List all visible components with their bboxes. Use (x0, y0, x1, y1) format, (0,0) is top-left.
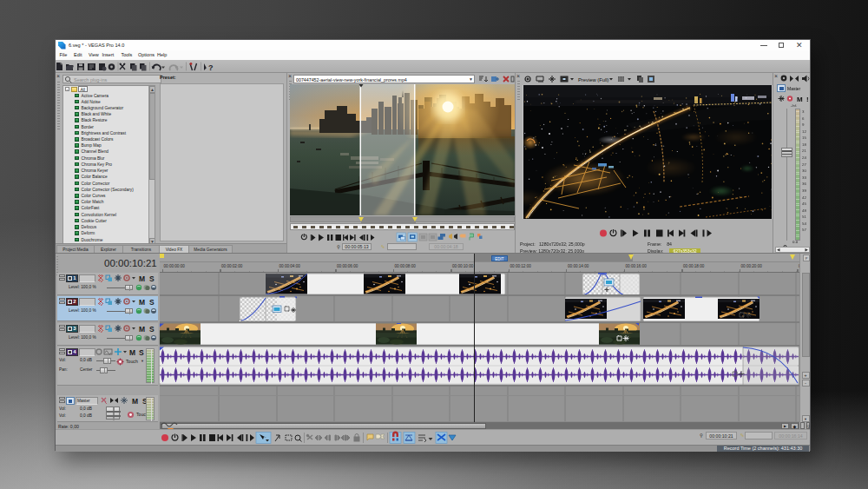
svg-text:M: M (139, 274, 145, 283)
svg-text:!: ! (806, 96, 809, 103)
svg-text:S: S (149, 325, 155, 334)
svg-text:S: S (139, 348, 144, 357)
svg-text:M: M (139, 298, 145, 307)
svg-text:M: M (139, 325, 145, 334)
svg-text:M: M (129, 348, 135, 357)
svg-text:?: ? (208, 63, 214, 72)
svg-text:Preview (Full): Preview (Full) (578, 77, 608, 83)
svg-text:S: S (149, 274, 155, 283)
svg-text:M: M (132, 397, 138, 406)
svg-text:S: S (149, 298, 155, 307)
svg-text:M: M (797, 96, 803, 103)
